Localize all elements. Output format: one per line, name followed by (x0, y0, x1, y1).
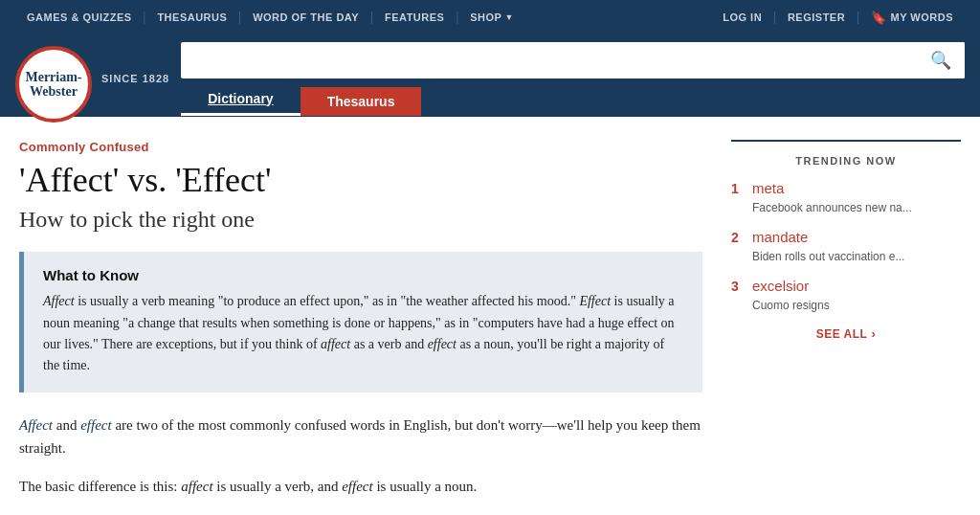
my-words-label: MY WORDS (890, 11, 953, 23)
article-body: Affect and effect are two of the most co… (19, 414, 702, 498)
effect-link[interactable]: effect (80, 417, 111, 433)
article-title: 'Affect' vs. 'Effect' (19, 160, 702, 201)
search-icon: 🔍 (930, 51, 951, 70)
trending-num-1: 1 (731, 181, 745, 196)
see-all-text: SEE ALL (816, 327, 868, 341)
trending-desc-1: Facebook announces new na... (752, 201, 912, 214)
what-to-know-text: Affect is usually a verb meaning "to pro… (43, 291, 683, 377)
body-text-2: are two of the most commonly confused wo… (19, 417, 701, 456)
games-quizzes-link[interactable]: GAMES & QUIZZES (15, 11, 144, 23)
see-all-link[interactable]: SEE ALL › (731, 326, 961, 341)
trending-desc-3: Cuomo resigns (752, 299, 830, 312)
logo-text: Merriam- Webster (25, 70, 81, 100)
affect-italic-2: affect (321, 337, 350, 351)
trending-title: TRENDING NOW (731, 155, 961, 167)
effect-italic-2: effect (428, 337, 457, 351)
wk-text-1: is usually a verb meaning "to produce an… (75, 294, 580, 308)
features-link[interactable]: FEATURES (373, 11, 456, 23)
article-subtitle: How to pick the right one (19, 207, 702, 233)
top-navigation: GAMES & QUIZZES | THESAURUS | WORD OF TH… (0, 0, 980, 34)
my-words-link[interactable]: 🔖 MY WORDS (859, 11, 965, 25)
logo-area: Merriam- Webster SINCE 1828 (15, 40, 169, 117)
trending-num-3: 3 (731, 279, 745, 294)
trending-num-2: 2 (731, 230, 745, 245)
affect-italic-1: Affect (43, 294, 75, 308)
bookmark-icon: 🔖 (871, 11, 887, 25)
search-button[interactable]: 🔍 (917, 42, 965, 78)
trending-item-3: 3 excelsior Cuomo resigns (731, 278, 961, 313)
what-to-know-title: What to Know (43, 267, 683, 283)
arrow-right-icon: › (871, 326, 876, 341)
since-text: SINCE 1828 (101, 73, 169, 84)
trending-info-3: excelsior Cuomo resigns (752, 278, 830, 313)
body-text-1: and (53, 417, 80, 433)
shop-label: SHOP (470, 11, 501, 23)
trending-info-1: meta Facebook announces new na... (752, 180, 912, 215)
trending-word-1[interactable]: meta (752, 180, 912, 196)
thesaurus-link[interactable]: THESAURUS (145, 11, 238, 23)
chevron-down-icon: ▼ (504, 12, 513, 22)
word-of-day-link[interactable]: WORD OF THE DAY (241, 11, 370, 23)
effect-italic-3: effect (342, 479, 372, 494)
body-text-5: is usually a noun. (373, 479, 478, 494)
search-tabs-area: 🔍 Dictionary Thesaurus (181, 42, 965, 116)
search-bar: 🔍 (181, 42, 965, 78)
tab-dictionary[interactable]: Dictionary (181, 84, 300, 116)
article-category: Commonly Confused (19, 140, 702, 154)
trending-desc-2: Biden rolls out vaccination e... (752, 250, 904, 263)
trending-info-2: mandate Biden rolls out vaccination e... (752, 229, 904, 264)
register-link[interactable]: REGISTER (776, 11, 857, 23)
effect-italic-1: Effect (579, 294, 611, 308)
tab-thesaurus[interactable]: Thesaurus (301, 87, 422, 116)
body-paragraph-2: The basic difference is this: affect is … (19, 475, 702, 498)
body-paragraph-1: Affect and effect are two of the most co… (19, 414, 702, 459)
tabs-bar: Dictionary Thesaurus (181, 84, 965, 116)
main-content: Commonly Confused 'Affect' vs. 'Effect' … (0, 117, 980, 515)
login-link[interactable]: LOG IN (711, 11, 773, 23)
trending-word-2[interactable]: mandate (752, 229, 904, 245)
affect-link[interactable]: Affect (19, 417, 53, 433)
wk-text-3: as a verb and (350, 337, 427, 351)
site-header: Merriam- Webster SINCE 1828 🔍 Dictionary… (0, 34, 980, 117)
top-nav-links: GAMES & QUIZZES | THESAURUS | WORD OF TH… (15, 10, 525, 25)
trending-item-2: 2 mandate Biden rolls out vaccination e.… (731, 229, 961, 264)
affect-italic-3: affect (181, 479, 212, 494)
trending-item-1: 1 meta Facebook announces new na... (731, 180, 961, 215)
body-text-3: The basic difference is this: (19, 479, 181, 494)
shop-link[interactable]: SHOP ▼ (458, 11, 525, 23)
sidebar: TRENDING NOW 1 meta Facebook announces n… (731, 140, 961, 513)
body-text-4: is usually a verb, and (213, 479, 343, 494)
search-input[interactable] (181, 44, 917, 76)
top-nav-right: LOG IN | REGISTER | 🔖 MY WORDS (711, 10, 965, 25)
article: Commonly Confused 'Affect' vs. 'Effect' … (19, 140, 702, 513)
trending-word-3[interactable]: excelsior (752, 278, 830, 294)
what-to-know-box: What to Know Affect is usually a verb me… (19, 252, 702, 392)
logo[interactable]: Merriam- Webster (15, 46, 92, 123)
